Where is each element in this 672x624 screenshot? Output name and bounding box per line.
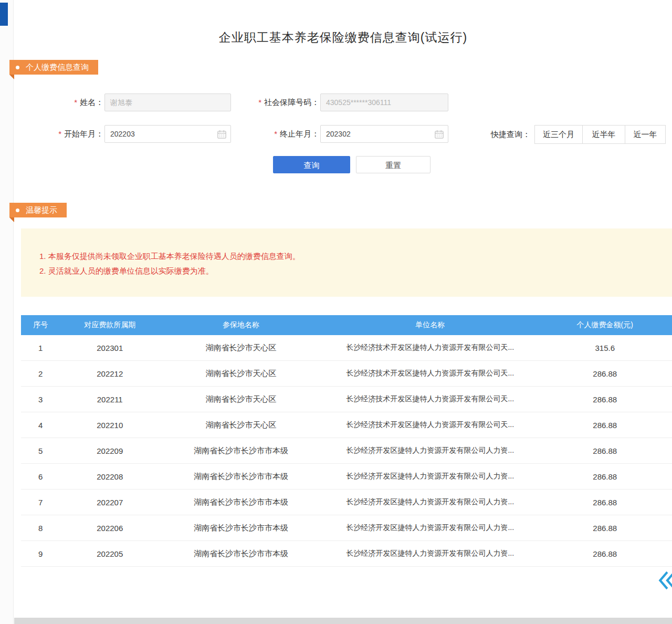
payments-table: 序号对应费款所属期参保地名称单位名称个人缴费金额(元) 1202301湖南省长沙… [21,315,672,567]
quick-query-label: 快捷查询： [487,125,530,144]
table-row: 2202212湖南省长沙市天心区长沙经济技术开发区捷特人力资源开发有限公司天..… [21,361,672,387]
table-cell: 6 [21,472,60,481]
end-month-input[interactable]: 202302 [320,125,448,143]
table-cell: 湖南省长沙市长沙市市本级 [160,549,322,559]
table-cell: 202210 [60,421,160,430]
table-cell: 长沙经济开发区捷特人力资源开发有限公司人力资... [322,472,538,481]
table-cell: 202211 [60,395,160,404]
name-label: *姓名： [32,93,103,111]
table-cell: 长沙经济技术开发区捷特人力资源开发有限公司天... [322,394,538,404]
table-header-cell: 个人缴费金额(元) [538,320,672,330]
end-month-label-text: 终止年月： [280,129,319,138]
start-month-value: 202203 [110,130,135,138]
quick-range-button-1year[interactable]: 近一年 [625,125,666,144]
left-sidebar-strip [0,0,14,624]
table-cell: 湖南省长沙市天心区 [160,343,322,353]
table-cell: 202209 [60,446,160,455]
table-cell: 长沙经济开发区捷特人力资源开发有限公司人力资... [322,497,538,507]
table-cell: 湖南省长沙市长沙市市本级 [160,523,322,533]
table-cell: 286.88 [538,524,672,533]
table-cell: 8 [21,524,60,533]
table-cell: 湖南省长沙市长沙市市本级 [160,446,322,456]
ssn-label: *社会保障号码： [231,93,319,111]
table-cell: 长沙经济技术开发区捷特人力资源开发有限公司天... [322,343,538,352]
left-blue-tab [0,3,8,26]
table-cell: 202301 [60,344,160,352]
table-row: 3202211湖南省长沙市天心区长沙经济技术开发区捷特人力资源开发有限公司天..… [21,387,672,412]
personal-query-badge-label: 个人缴费信息查询 [26,63,89,71]
notice-line-1: 1. 本服务仅提供尚未领取企业职工基本养老保险待遇人员的缴费信息查询。 [39,249,662,263]
horizontal-scrollbar-track[interactable] [14,618,672,624]
table-cell: 202205 [60,549,160,558]
table-row: 9202205湖南省长沙市长沙市市本级长沙经济开发区捷特人力资源开发有限公司人力… [21,541,672,567]
start-month-input[interactable]: 202203 [104,125,231,143]
table-cell: 长沙经济技术开发区捷特人力资源开发有限公司天... [322,369,538,378]
query-button[interactable]: 查询 [273,156,350,173]
table-cell: 202208 [60,472,160,481]
required-asterisk: * [274,129,277,138]
table-header-cell: 单位名称 [322,320,538,330]
reset-button[interactable]: 重置 [356,156,430,173]
calendar-icon[interactable] [217,129,227,139]
table-cell: 2 [21,369,60,378]
table-body: 1202301湖南省长沙市天心区长沙经济技术开发区捷特人力资源开发有限公司天..… [21,335,672,567]
calendar-icon[interactable] [434,129,444,139]
table-row: 5202209湖南省长沙市长沙市市本级长沙经济开发区捷特人力资源开发有限公司人力… [21,438,672,464]
table-cell: 202206 [60,524,160,533]
table-header-cell: 序号 [21,320,60,330]
double-left-chevron-icon[interactable] [656,570,672,591]
table-cell: 3 [21,395,60,404]
personal-query-section-badge: 个人缴费信息查询 [9,60,98,75]
table-row: 7202207湖南省长沙市长沙市市本级长沙经济开发区捷特人力资源开发有限公司人力… [21,490,672,515]
table-cell: 286.88 [538,395,672,404]
table-header-cell: 对应费款所属期 [60,320,160,330]
quick-range-button-3months[interactable]: 近三个月 [534,125,583,144]
end-month-label: *终止年月： [236,125,319,143]
quick-range-group: 近三个月 近半年 近一年 [534,125,666,144]
table-row: 6202208湖南省长沙市长沙市市本级长沙经济开发区捷特人力资源开发有限公司人力… [21,464,672,490]
table-cell: 286.88 [538,472,672,481]
table-cell: 202207 [60,498,160,507]
table-cell: 长沙经济开发区捷特人力资源开发有限公司人力资... [322,549,538,558]
name-input[interactable]: 谢旭泰 [104,93,231,111]
table-cell: 286.88 [538,369,672,378]
table-row: 8202206湖南省长沙市长沙市市本级长沙经济开发区捷特人力资源开发有限公司人力… [21,515,672,541]
table-cell: 315.6 [538,344,672,352]
required-asterisk: * [58,129,61,138]
table-cell: 202212 [60,369,160,378]
table-cell: 286.88 [538,549,672,558]
required-asterisk: * [258,98,261,107]
table-cell: 286.88 [538,446,672,455]
notice-box: 1. 本服务仅提供尚未领取企业职工基本养老保险待遇人员的缴费信息查询。 2. 灵… [21,228,672,297]
ssn-input[interactable]: 430525******306111 [320,93,448,111]
ssn-label-text: 社会保障号码： [264,98,319,107]
table-cell: 1 [21,344,60,352]
table-cell: 4 [21,421,60,430]
page-title: 企业职工基本养老保险缴费信息查询(试运行) [14,29,672,46]
table-cell: 286.88 [538,498,672,507]
table-header-cell: 参保地名称 [160,320,322,330]
table-row: 4202210湖南省长沙市天心区长沙经济技术开发区捷特人力资源开发有限公司天..… [21,412,672,438]
table-cell: 9 [21,549,60,558]
table-row: 1202301湖南省长沙市天心区长沙经济技术开发区捷特人力资源开发有限公司天..… [21,335,672,361]
start-month-label: *开始年月： [32,125,103,143]
name-label-text: 姓名： [80,98,103,107]
quick-range-button-halfyear[interactable]: 近半年 [582,125,625,144]
bullet-dot-icon [16,209,19,212]
start-month-label-text: 开始年月： [64,129,103,138]
notice-line-2: 2. 灵活就业人员的缴费单位信息以实际缴费为准。 [39,264,662,277]
bullet-dot-icon [16,66,19,69]
table-cell: 286.88 [538,421,672,430]
table-cell: 湖南省长沙市天心区 [160,394,322,404]
tips-section-badge: 温馨提示 [9,203,67,217]
table-cell: 长沙经济技术开发区捷特人力资源开发有限公司天... [322,420,538,430]
table-cell: 长沙经济开发区捷特人力资源开发有限公司人力资... [322,446,538,455]
table-cell: 长沙经济开发区捷特人力资源开发有限公司人力资... [322,523,538,533]
table-cell: 湖南省长沙市长沙市市本级 [160,497,322,507]
table-cell: 湖南省长沙市天心区 [160,420,322,430]
table-cell: 7 [21,498,60,507]
tips-badge-label: 温馨提示 [26,205,57,214]
table-header: 序号对应费款所属期参保地名称单位名称个人缴费金额(元) [21,315,672,335]
table-cell: 5 [21,446,60,455]
pension-query-page: 企业职工基本养老保险缴费信息查询(试运行) 个人缴费信息查询 *姓名： 谢旭泰 … [0,0,672,624]
